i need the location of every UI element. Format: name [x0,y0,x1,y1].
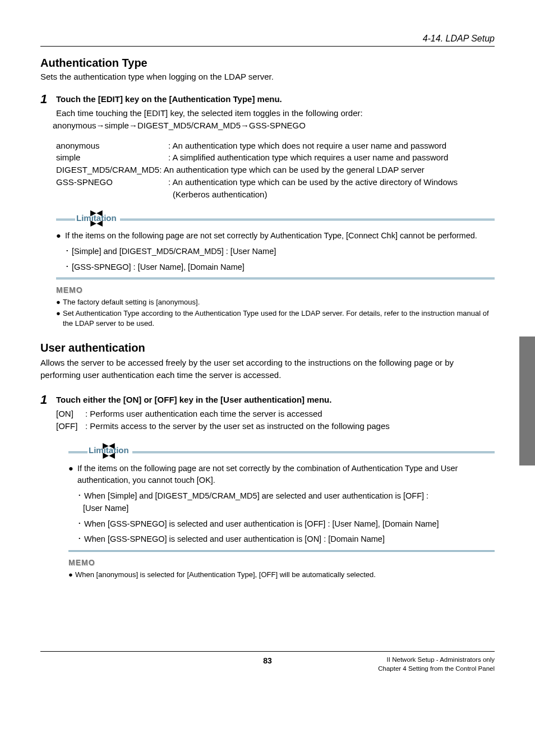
limitation-bullet-text: If the items on the following page are n… [65,230,477,242]
footer-right-1: II Network Setup - Administrators only [378,655,495,664]
option-off-desc: : Permits access to the server by the us… [85,420,390,433]
limitation-sub-2: ･ When [GSS-SPNEGO] is selected and user… [77,518,495,531]
option-on-desc: : Performs user authentication each time… [85,408,322,421]
def-digest-line: DIGEST_MD5/CRAM_MD5: An authentication t… [56,164,495,176]
footer-right-2: Chapter 4 Setting from the Control Panel [378,664,495,673]
step-number: 1 [40,393,56,407]
def-simple-term: simple [56,151,168,164]
def-gss-desc-2: (Kerberos authentication) [168,188,495,201]
page-footer: 83 II Network Setup - Administrators onl… [40,651,495,673]
bullet-icon: ● [68,463,77,487]
limitation-sub-3: ･ When [GSS-SPNEGO] is selected and user… [77,533,495,546]
bullet-icon: ● [56,297,63,307]
memo-label: MEMO [68,557,495,569]
section-header: 4-14. LDAP Setup [40,34,495,47]
user-auth-intro: Allows the server to be accessed freely … [40,357,495,382]
auth-type-title: Authentication Type [40,57,495,70]
limitation-star-icon: ▶◀ [76,222,117,227]
limitation-bullet-text: If the items on the following page are n… [77,463,495,487]
step-body-line1: Each time touching the [EDIT] key, the s… [56,107,495,119]
option-on-key: [ON] [56,408,85,421]
limitation-sub-2: ･ [GSS-SPNEGO] : [User Name], [Domain Na… [65,261,495,274]
def-gss-desc-1: : An authentication type which can be us… [168,176,495,188]
page-number: 83 [263,656,272,665]
memo-item-1: When [anonymous] is selected for [Authen… [75,570,376,580]
def-gss-term: GSS-SPNEGO [56,176,168,188]
step-number: 1 [40,93,56,106]
limitation-star-icon: ▶◀ [89,454,129,459]
user-auth-title: User authentication [40,342,495,354]
limitation-sub-1b: [User Name] [83,503,495,515]
bullet-icon: ● [56,230,65,242]
limitation-sub-1: ･ [Simple] and [DIGEST_MD5/CRAM_MD5] : [… [65,246,495,258]
memo-block-user: MEMO ● When [anonymous] is selected for … [68,557,495,580]
def-anonymous-desc: : An authentication type which does not … [168,140,495,152]
step-instruction: Touch the [EDIT] key on the [Authenticat… [56,93,282,104]
step-body-line2: anonymous→simple→DIGEST_MD5/CRAM_MD5→GSS… [53,119,495,132]
auth-type-intro: Sets the authentication type when loggin… [40,72,495,81]
def-anonymous-term: anonymous [56,140,168,152]
memo-item-2: Set Authentication Type according to the… [63,308,495,329]
option-off-key: [OFF] [56,420,85,433]
memo-block-auth: MEMO ● The factory default setting is [a… [56,285,495,329]
limitation-box-auth: ▶◀ Limitation ▶◀ ● If the items on the f… [56,210,495,279]
step-instruction: Touch either the [ON] or [OFF] key in th… [56,393,331,404]
side-tab [519,336,535,465]
memo-label: MEMO [56,285,495,296]
def-simple-desc: : A simplified authentication type which… [168,151,495,164]
memo-item-1: The factory default setting is [anonymou… [63,297,200,307]
bullet-icon: ● [68,570,75,580]
bullet-icon: ● [56,308,63,329]
limitation-sub-1a: ･ When [Simple] and [DIGEST_MD5/CRAM_MD5… [77,490,495,503]
limitation-box-user: ▶◀ Limitation ▶◀ ● If the items on the f… [68,443,495,552]
